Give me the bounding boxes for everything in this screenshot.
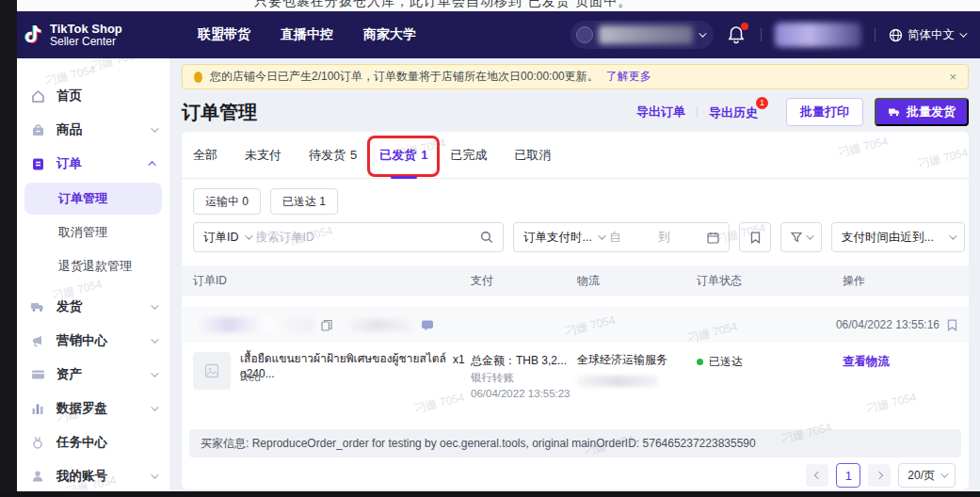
bar-chart-icon [30, 401, 45, 416]
bookmark-icon [750, 232, 761, 244]
learn-more-link[interactable]: 了解更多 [606, 69, 651, 85]
order-status-tabs: 全部 未支付 待发货5 已发货1 已完成 已取消 [182, 132, 969, 179]
col-actions: 操作 [843, 273, 865, 289]
navbar-right: 简体中文 [570, 21, 965, 49]
tiktok-logo-icon [23, 24, 43, 46]
divider [761, 28, 762, 41]
chevron-down-icon [151, 403, 158, 410]
chevron-down-icon [151, 301, 158, 309]
product-thumbnail[interactable] [193, 352, 231, 390]
sidebar-item-marketing[interactable]: 营销中心 [17, 324, 169, 358]
chevron-down-icon [151, 471, 158, 478]
chevron-up-icon [148, 161, 155, 168]
shop-selector[interactable] [570, 21, 714, 49]
products-icon [30, 122, 45, 137]
table-header: 订单ID 支付 物流 订单状态 操作 [182, 265, 969, 296]
saved-filter-button[interactable] [739, 222, 771, 252]
top-navbar: TikTok Shop Seller Center 联盟带货 直播中控 商家大学 [0, 11, 980, 58]
notification-dot [741, 23, 748, 30]
batch-ship-button[interactable]: 批量发货 [875, 98, 969, 126]
chevron-down-icon [959, 29, 967, 37]
notification-banner: 您的店铺今日已产生2/100订单，订单数量将于店铺所在地次日00:00:00更新… [182, 64, 969, 89]
next-page-button[interactable] [868, 464, 891, 487]
date-from-placeholder[interactable]: 自 [609, 230, 621, 246]
ship-truck-icon [888, 106, 901, 118]
nav-live-console[interactable]: 直播中控 [281, 26, 333, 43]
home-icon [30, 88, 45, 104]
tab-completed[interactable]: 已完成 [450, 132, 491, 179]
tiktok-shop-logo[interactable]: TikTok Shop Seller Center [23, 23, 164, 47]
chip-in-transit[interactable]: 运输中 0 [193, 188, 261, 215]
search-icon[interactable] [480, 231, 493, 244]
product-variant: Red [240, 371, 261, 384]
orders-card: 全部 未支付 待发货5 已发货1 已完成 已取消 运输中 0 已送达 1 订单I… [182, 132, 969, 489]
card-icon [30, 367, 45, 382]
sidebar-item-assets[interactable]: 资产 [17, 358, 169, 392]
nav-affiliate[interactable]: 联盟带货 [198, 26, 250, 43]
tab-cancelled[interactable]: 已取消 [514, 132, 555, 179]
chat-icon[interactable] [421, 319, 434, 331]
total-label: 总金额： [471, 354, 516, 367]
view-logistics-link[interactable]: 查看物流 [843, 354, 890, 370]
redacted-shop-name [599, 25, 693, 44]
redacted-user-name [775, 23, 861, 47]
language-selector[interactable]: 简体中文 [889, 27, 965, 43]
search-type-label[interactable]: 订单ID [203, 230, 239, 246]
product-name[interactable]: เสื้อยืดแขนยาวผ้าฝ้ายพิเศษของผู้ชายสไตล์… [240, 352, 457, 381]
tab-shipped[interactable]: 已发货1 [379, 132, 427, 179]
filter-button[interactable] [780, 222, 822, 252]
sidebar-item-orders[interactable]: 订单 [17, 147, 169, 181]
notifications-button[interactable] [727, 24, 747, 45]
tab-all[interactable]: 全部 [193, 132, 222, 179]
chip-delivered[interactable]: 已送达 1 [270, 188, 338, 215]
tab-unpaid[interactable]: 未支付 [245, 132, 286, 179]
sidebar-item-order-management[interactable]: 订单管理 [24, 183, 162, 215]
copy-icon[interactable] [321, 319, 332, 331]
prev-page-button[interactable] [806, 464, 828, 487]
date-to-placeholder[interactable]: 到 [658, 230, 670, 246]
close-icon[interactable]: × [949, 70, 956, 84]
chevron-down-icon [151, 124, 158, 132]
shipping-service: 全球经济运输服务 [577, 352, 690, 368]
sidebar-item-shipping[interactable]: 发货 [17, 290, 169, 324]
sidebar-item-products[interactable]: 商品 [17, 113, 169, 147]
sort-label: 支付时间由近到... [842, 230, 934, 246]
export-history-link[interactable]: 导出历史 [709, 105, 758, 120]
flag-icon[interactable] [947, 319, 957, 331]
current-page-button[interactable]: 1 [836, 463, 860, 488]
col-payment: 支付 [471, 273, 493, 289]
payment-method: 银行转账 [471, 370, 574, 387]
col-order-status: 订单状态 [697, 273, 742, 289]
sidebar-item-tasks[interactable]: 任务中心 [17, 425, 169, 459]
order-item-row: เสื้อยืดแขนยาวผ้าฝ้ายพิเศษของผู้ชายสไตล์… [182, 343, 969, 429]
pagination: 1 20/页 [806, 463, 956, 488]
sidebar-item-cancellation-management[interactable]: 取消管理 [24, 216, 162, 248]
screen-bottom-edge [0, 491, 980, 497]
sidebar-item-analytics[interactable]: 数据罗盘 [17, 392, 169, 425]
filter-bar: 订单ID 订单支付时... 自 到 [193, 222, 965, 252]
header-actions: 导出订单 导出历史 1 批量打印 批量发货 [636, 98, 969, 126]
time-type-label[interactable]: 订单支付时... [523, 230, 592, 246]
divider [875, 28, 876, 41]
orders-icon [30, 156, 45, 171]
page-size-selector[interactable]: 20/页 [898, 463, 956, 488]
sort-selector[interactable]: 支付时间由近到... [831, 222, 965, 252]
status-dot [697, 359, 703, 365]
nav-seller-university[interactable]: 商家大学 [363, 26, 416, 43]
order-status-cell: 已送达 [697, 354, 743, 370]
search-input[interactable] [256, 231, 475, 244]
sidebar-item-home[interactable]: 首页 [17, 79, 169, 113]
date-range-picker[interactable]: 订单支付时... 自 到 [513, 222, 730, 252]
sidebar-item-account[interactable]: 我的账号 [17, 459, 169, 493]
sidebar-item-return-refund[interactable]: 退货退款管理 [24, 250, 162, 282]
chevron-left-icon [814, 472, 822, 479]
product-quantity: x1 [453, 353, 465, 366]
clipped-tooltip-text: 只要包裹在分拨仓入库，此订单会自动移到“已发货”页面中。 [254, 0, 632, 10]
top-nav-links: 联盟带货 直播中控 商家大学 [198, 26, 416, 43]
clipped-tooltip: 只要包裹在分拨仓入库，此订单会自动移到“已发货”页面中。 [17, 0, 980, 11]
payment-cell: 总金额：THB 3,2... 银行转账 06/04/2022 13:55:23 [471, 352, 574, 403]
batch-print-button[interactable]: 批量打印 [786, 98, 863, 126]
export-orders-link[interactable]: 导出订单 [636, 104, 685, 120]
tab-to-ship[interactable]: 待发货5 [309, 132, 357, 179]
chevron-down-icon [699, 29, 706, 37]
